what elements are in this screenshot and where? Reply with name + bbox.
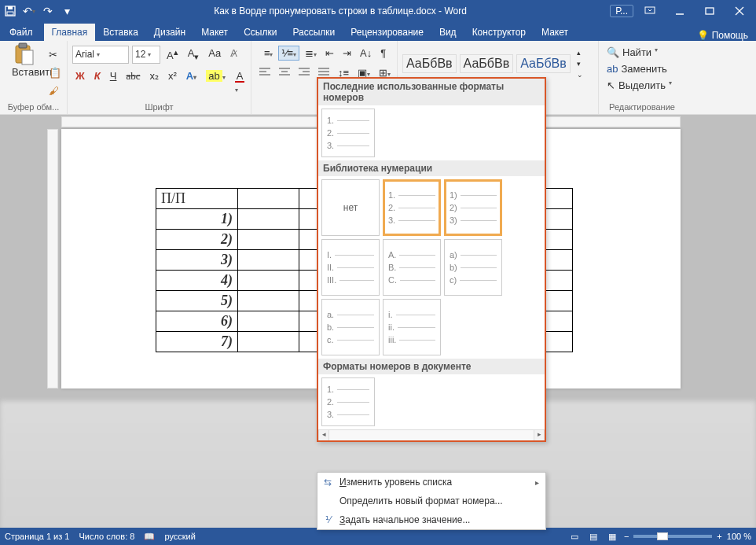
styles-gallery-more[interactable]: ⌄ — [574, 69, 586, 80]
svg-rect-9 — [19, 43, 27, 48]
cut-icon[interactable]: ✂ — [46, 47, 64, 62]
redo-icon[interactable]: ↷ — [41, 4, 55, 18]
status-words[interactable]: Число слов: 8 — [79, 532, 134, 541]
ribbon-options-icon[interactable] — [637, 2, 663, 20]
section-doc-formats: Форматы номеров в документе — [318, 359, 545, 374]
tab-design[interactable]: Дизайн — [146, 24, 193, 41]
view-print-icon[interactable]: ▤ — [586, 530, 600, 543]
increase-indent-icon[interactable]: ⇥ — [339, 46, 354, 61]
numbering-format-roman[interactable]: I. II. III. — [321, 239, 380, 296]
titlebar: ↶▾ ↷ ▾ Как в Ворде пронумеровать строки … — [0, 0, 756, 22]
font-family-dropdown[interactable]: Arial▾ — [72, 46, 129, 64]
table-header-cell[interactable]: П/П — [156, 189, 238, 209]
group-clipboard-label: Буфер обм... — [5, 102, 62, 112]
numbering-button[interactable]: ⅟≡▾ — [278, 46, 299, 61]
tab-view[interactable]: Вид — [431, 24, 464, 41]
group-editing-label: Редактирование — [604, 102, 681, 112]
menu-label-text: Определить новый формат номера... — [339, 495, 503, 506]
zoom-out-icon[interactable]: − — [624, 532, 629, 541]
tab-layout[interactable]: Макет — [193, 24, 236, 41]
qat-more-icon[interactable]: ▾ — [60, 4, 74, 18]
numbering-format-lower-alpha-paren[interactable]: a) b) c) — [444, 239, 502, 296]
numbering-format-none[interactable]: нет — [321, 179, 380, 236]
section-recent: Последние использованные форматы номеров — [318, 79, 545, 105]
style-heading1[interactable]: АаБбВв — [516, 54, 571, 73]
maximize-button[interactable] — [696, 2, 723, 20]
show-marks-icon[interactable]: ¶ — [377, 46, 389, 61]
tab-references[interactable]: Ссылки — [236, 24, 284, 41]
save-icon[interactable] — [3, 4, 17, 18]
highlight-button[interactable]: ab▾ — [203, 68, 228, 96]
grow-font-icon[interactable]: A▴ — [163, 46, 182, 64]
tab-layout2[interactable]: Макет — [534, 24, 576, 41]
set-value-icon: ⅟ — [321, 514, 334, 525]
status-page[interactable]: Страница 1 из 1 — [5, 532, 69, 541]
help-search[interactable]: 💡 Помощь — [689, 30, 756, 41]
styles-scroll-down[interactable]: ▾ — [574, 58, 586, 69]
tab-constructor[interactable]: Конструктор — [464, 24, 534, 41]
underline-button[interactable]: Ч — [107, 68, 120, 96]
zoom-level[interactable]: 100 % — [727, 532, 751, 541]
minimize-button[interactable] — [666, 2, 693, 20]
strike-button[interactable]: abc — [123, 68, 143, 96]
align-center-icon[interactable] — [276, 65, 293, 80]
multilevel-button[interactable]: ≣▾ — [302, 46, 320, 61]
font-size-dropdown[interactable]: 12▾ — [132, 46, 160, 64]
tab-mailings[interactable]: Рассылки — [284, 24, 343, 41]
numbering-format-lower-alpha[interactable]: a. b. c. — [321, 299, 380, 355]
vertical-ruler[interactable] — [47, 129, 58, 388]
change-case-icon[interactable]: Aa — [205, 46, 224, 64]
font-color-button[interactable]: A▾ — [232, 68, 248, 96]
gallery-scroll[interactable]: ◂▸ — [318, 429, 545, 440]
numbering-format-upper-alpha[interactable]: A. B. C. — [383, 239, 441, 296]
shrink-font-icon[interactable]: A▾ — [185, 46, 203, 64]
svg-rect-5 — [706, 8, 714, 14]
align-left-icon[interactable] — [256, 65, 273, 80]
submenu-arrow-icon: ▸ — [535, 478, 539, 487]
select-icon: ↖ — [607, 79, 615, 91]
svg-rect-3 — [645, 7, 655, 13]
superscript-button[interactable]: x² — [165, 68, 180, 96]
menu-define-new-format[interactable]: Определить новый формат номера... — [317, 492, 545, 510]
format-painter-icon[interactable]: 🖌 — [46, 83, 64, 98]
select-button[interactable]: ↖Выделить▾ — [604, 78, 675, 93]
numbering-format-decimal-dot[interactable]: 1. 2. 3. — [321, 109, 375, 157]
tab-file[interactable]: Файл — [2, 24, 41, 41]
close-button[interactable] — [726, 2, 753, 20]
view-read-icon[interactable]: ▭ — [567, 530, 582, 543]
menu-change-list-level[interactable]: ⇆ Изменить уровень списка ▸ — [317, 473, 545, 492]
decrease-indent-icon[interactable]: ⇤ — [322, 46, 337, 61]
sort-icon[interactable]: A↓ — [357, 46, 375, 61]
clear-format-icon[interactable]: A̷ — [227, 46, 240, 64]
numbering-format-lower-roman[interactable]: i. ii. iii. — [383, 299, 441, 355]
bold-button[interactable]: Ж — [72, 68, 88, 96]
styles-scroll-up[interactable]: ▴ — [574, 47, 586, 58]
lightbulb-icon: 💡 — [697, 30, 709, 41]
zoom-in-icon[interactable]: + — [717, 532, 721, 541]
style-no-spacing[interactable]: АаБбВв — [460, 54, 514, 73]
italic-button[interactable]: К — [91, 68, 104, 96]
view-web-icon[interactable]: ▦ — [605, 530, 619, 543]
bullets-button[interactable]: ≡▾ — [261, 46, 277, 61]
numbering-format-decimal-dot-sel[interactable]: 1. 2. 3. — [383, 179, 441, 236]
tab-review[interactable]: Рецензирование — [343, 24, 431, 41]
numbering-format-decimal-paren[interactable]: 1) 2) 3) — [444, 179, 502, 236]
status-language[interactable]: русский — [164, 532, 195, 541]
copy-icon[interactable]: 📋 — [46, 65, 64, 80]
numbering-options-menu: ⇆ Изменить уровень списка ▸ Определить н… — [317, 472, 546, 530]
spellcheck-icon[interactable]: 📖 — [144, 532, 155, 542]
replace-button[interactable]: abЗаменить — [604, 61, 670, 76]
statusbar: Страница 1 из 1 Число слов: 8 📖 русский … — [0, 528, 756, 545]
align-right-icon[interactable] — [295, 65, 313, 80]
find-button[interactable]: 🔍Найти▾ — [604, 45, 661, 60]
undo-icon[interactable]: ↶▾ — [22, 4, 36, 18]
style-normal[interactable]: АаБбВв — [402, 54, 457, 73]
context-tab-label[interactable]: Р... — [610, 5, 633, 17]
tab-home[interactable]: Главная — [44, 24, 96, 41]
tab-insert[interactable]: Вставка — [95, 24, 146, 41]
subscript-button[interactable]: x₂ — [146, 68, 162, 96]
menu-set-value[interactable]: ⅟ Задать начальное значение... — [317, 510, 545, 529]
zoom-slider[interactable] — [633, 535, 712, 538]
text-effects-button[interactable]: A▾ — [183, 68, 200, 96]
numbering-format-doc-decimal-dot[interactable]: 1. 2. 3. — [321, 377, 375, 426]
